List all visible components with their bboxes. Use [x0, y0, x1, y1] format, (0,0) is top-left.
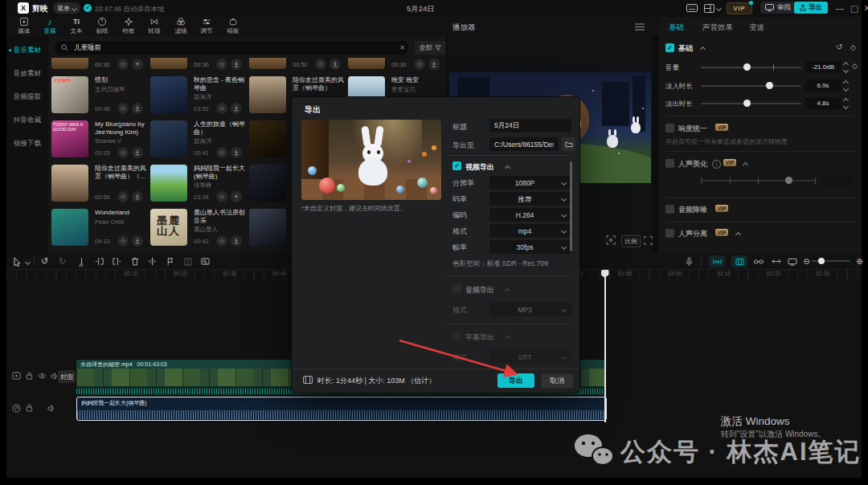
- volume-slider[interactable]: [701, 67, 801, 68]
- window-minimize-button[interactable]: —: [834, 2, 845, 14]
- music-thumbnail[interactable]: [348, 58, 385, 69]
- tab-adjust[interactable]: 调节: [194, 16, 219, 36]
- sidebar-item-music-assets[interactable]: 音乐素材: [6, 41, 48, 60]
- freeze-frame-icon[interactable]: [182, 255, 194, 267]
- cancel-button[interactable]: 取消: [541, 373, 573, 388]
- matting-icon[interactable]: [199, 255, 211, 267]
- music-thumbnail[interactable]: [249, 58, 286, 69]
- delete-icon[interactable]: [129, 255, 141, 267]
- favorite-button[interactable]: ☆: [117, 103, 129, 114]
- volume-stepper[interactable]: [842, 61, 850, 73]
- trim-right-icon[interactable]: [111, 255, 123, 267]
- player-menu-icon[interactable]: [634, 22, 645, 31]
- chevron-down-icon[interactable]: [716, 6, 722, 11]
- layout-panels-icon[interactable]: [702, 3, 715, 13]
- aspect-ratio-button[interactable]: 比例: [621, 235, 641, 247]
- audio-export-checkbox[interactable]: [452, 284, 461, 293]
- download-button[interactable]: [231, 235, 242, 247]
- volume-value[interactable]: -21.0dB: [805, 61, 841, 73]
- favorite-button[interactable]: ☆: [414, 59, 425, 70]
- fade-in-value[interactable]: 6.9s: [805, 79, 841, 92]
- preview-axis-icon[interactable]: [786, 255, 798, 267]
- window-close-button[interactable]: ✕: [862, 2, 868, 14]
- music-thumbnail[interactable]: [51, 58, 88, 69]
- download-button[interactable]: [428, 59, 440, 70]
- add-button[interactable]: +: [231, 191, 242, 202]
- loudness-checkbox[interactable]: [665, 124, 674, 132]
- filter-all-button[interactable]: 全部: [415, 41, 445, 55]
- mute-speaker-icon[interactable]: [47, 403, 56, 413]
- denoise-checkbox[interactable]: [665, 205, 674, 214]
- resolution-select[interactable]: 1080P: [489, 176, 571, 190]
- reset-icon[interactable]: ↺: [836, 43, 842, 51]
- collapse-icon[interactable]: [735, 232, 741, 238]
- window-maximize-button[interactable]: ▢: [849, 2, 860, 14]
- fullscreen-icon[interactable]: [643, 235, 653, 245]
- link-icon[interactable]: [752, 255, 764, 267]
- voice-separate-checkbox[interactable]: [665, 229, 674, 238]
- fade-out-stepper[interactable]: [842, 97, 850, 109]
- redo-icon[interactable]: ↻: [56, 255, 68, 267]
- mark-flag-icon[interactable]: [164, 255, 176, 267]
- favorite-button[interactable]: ☆: [216, 235, 227, 247]
- search-input[interactable]: [72, 42, 381, 55]
- favorite-button[interactable]: ☆: [216, 59, 227, 70]
- export-title-input[interactable]: [489, 119, 571, 132]
- expand-track-icon[interactable]: [770, 255, 782, 267]
- tab-audio[interactable]: ♪ 音频: [37, 16, 63, 36]
- favorite-button[interactable]: ☆: [216, 103, 227, 114]
- record-mic-icon[interactable]: [683, 255, 695, 267]
- volume-keyframe-icon[interactable]: ◇: [852, 62, 858, 70]
- slider-knob[interactable]: [766, 82, 773, 89]
- codec-select[interactable]: H.264: [489, 208, 571, 222]
- snap-toggle-icon[interactable]: [709, 255, 725, 267]
- download-button[interactable]: [231, 147, 242, 158]
- auto-snap-icon[interactable]: [731, 255, 747, 267]
- fade-out-slider[interactable]: [701, 103, 801, 104]
- download-button[interactable]: [330, 59, 341, 70]
- zoom-in-icon[interactable]: ⊕: [854, 255, 866, 267]
- music-card[interactable]: 陪你走过最美的风景（钢琴曲）（纯钢版） 00:59 ☆: [51, 163, 146, 203]
- basic-section-checkbox[interactable]: ✓: [665, 43, 674, 52]
- download-button[interactable]: [132, 147, 143, 158]
- dialog-scrollbar[interactable]: [570, 161, 572, 251]
- tab-filter[interactable]: 滤镜: [168, 16, 194, 36]
- split-icon[interactable]: [76, 255, 88, 267]
- favorite-button[interactable]: ☆: [315, 59, 326, 70]
- bitrate-select[interactable]: 推荐: [489, 192, 571, 206]
- collapse-icon[interactable]: [505, 165, 510, 171]
- undo-icon[interactable]: ↺: [39, 255, 51, 267]
- sidebar-item-douyin-favorites[interactable]: 抖音收藏: [6, 111, 48, 130]
- clear-search-icon[interactable]: ✕: [399, 44, 406, 51]
- fit-screen-icon[interactable]: [605, 235, 616, 245]
- music-card[interactable]: 人生的旅途（钢琴曲）赵海洋 00:41 ☆: [150, 119, 245, 159]
- favorite-button[interactable]: ☆: [117, 147, 129, 158]
- fade-out-value[interactable]: 4.8s: [805, 97, 841, 109]
- download-button[interactable]: [132, 235, 143, 247]
- slider-knob[interactable]: [818, 258, 825, 264]
- sidebar-item-sound-effects[interactable]: 音效素材: [6, 64, 48, 84]
- collapse-icon[interactable]: [700, 47, 706, 52]
- subtitle-export-checkbox[interactable]: [452, 332, 461, 340]
- menu-button[interactable]: 菜单: [53, 2, 80, 14]
- timeline-zoom-slider[interactable]: [812, 260, 850, 262]
- tab-template[interactable]: 模板: [220, 16, 246, 36]
- voice-beautify-checkbox[interactable]: [665, 159, 674, 168]
- export-button-top[interactable]: 导出: [794, 2, 828, 14]
- music-card[interactable]: 妈妈陪我一起长大(钢琴曲)张学峰 03:34 ☆ +: [150, 163, 245, 203]
- zoom-out-icon[interactable]: ⊖: [800, 255, 813, 267]
- download-button[interactable]: [132, 191, 143, 202]
- shortcut-keyboard-icon[interactable]: [686, 3, 698, 13]
- download-button[interactable]: [132, 103, 143, 114]
- tab-speed[interactable]: 变速: [749, 22, 764, 33]
- music-card[interactable]: 秋的思念 - 夜色钢琴曲赵海洋 03:52 ☆: [150, 75, 245, 115]
- tab-basic[interactable]: 基础: [669, 22, 684, 33]
- lock-icon[interactable]: [24, 371, 34, 381]
- collapse-icon[interactable]: [743, 162, 748, 168]
- slider-knob[interactable]: [743, 63, 751, 71]
- export-confirm-button[interactable]: 导出: [497, 373, 534, 388]
- slider-knob[interactable]: [785, 177, 792, 184]
- chevron-down-icon[interactable]: [25, 259, 31, 265]
- eye-icon[interactable]: [37, 371, 47, 381]
- cover-button[interactable]: 封面: [58, 370, 76, 383]
